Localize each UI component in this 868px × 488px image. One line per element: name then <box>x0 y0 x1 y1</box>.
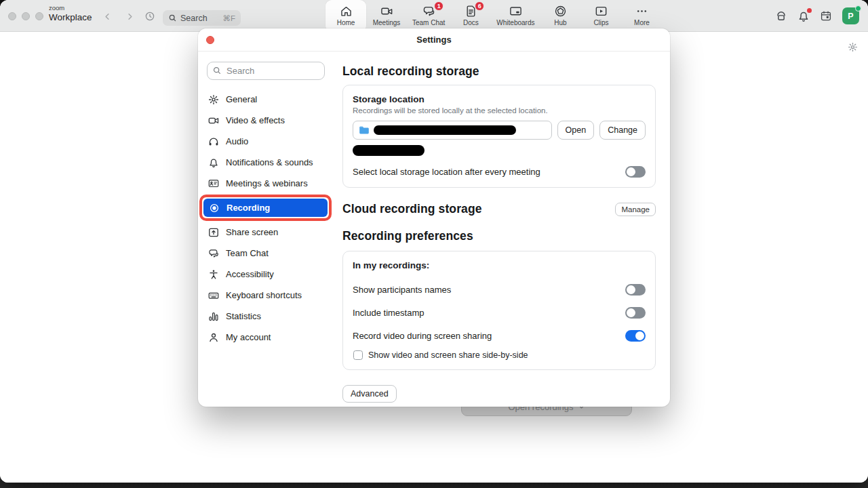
side-by-side-checkbox[interactable] <box>353 350 363 360</box>
settings-main-panel: Local recording storage Storage location… <box>342 52 656 407</box>
settings-nav-keyboard-shortcuts[interactable]: Keyboard shortcuts <box>207 285 337 306</box>
record-icon <box>209 203 220 214</box>
person-icon <box>208 332 219 343</box>
tab-label: Hub <box>554 19 566 26</box>
settings-nav-share-screen[interactable]: Share screen <box>207 222 337 243</box>
settings-nav-general[interactable]: General <box>207 89 337 110</box>
close-window-button[interactable] <box>8 12 16 20</box>
dialog-title: Settings <box>416 35 451 45</box>
device-button[interactable] <box>775 10 787 22</box>
tab-label: Whiteboards <box>496 19 534 26</box>
search-label: Search <box>180 14 208 23</box>
change-button[interactable]: Change <box>599 121 646 140</box>
brand-workplace: Workplace <box>49 13 92 22</box>
include-timestamp-toggle[interactable] <box>625 307 646 319</box>
avatar-initial: P <box>848 12 853 21</box>
calendar-icon <box>820 10 832 22</box>
redacted-free-space <box>353 145 425 156</box>
chevron-right-icon <box>125 12 135 22</box>
settings-dialog: Settings General Video & effects <box>198 28 670 407</box>
brand-zoom: zoom <box>49 5 92 12</box>
accessibility-person-icon <box>208 269 219 280</box>
tab-label: More <box>634 19 650 26</box>
settings-nav-statistics[interactable]: Statistics <box>207 306 337 327</box>
search-icon <box>168 14 177 22</box>
settings-nav-accessibility[interactable]: Accessibility <box>207 264 337 285</box>
search-shortcut: ⌘F <box>222 14 235 23</box>
bell-icon <box>208 157 219 168</box>
nav-label: Statistics <box>226 311 261 321</box>
tab-more[interactable]: More <box>622 0 663 32</box>
redacted-storage-path <box>374 125 516 135</box>
primary-tabs: Home Meetings 1 Team Chat 6 Docs <box>326 0 663 32</box>
settings-nav-notifications[interactable]: Notifications & sounds <box>207 152 337 173</box>
advanced-button[interactable]: Advanced <box>342 385 397 403</box>
app-brand: zoom Workplace <box>49 5 92 22</box>
nav-label: Recording <box>226 203 270 213</box>
tab-label: Home <box>337 19 355 26</box>
docs-badge: 6 <box>475 1 484 11</box>
storage-path-field[interactable] <box>353 121 552 140</box>
cloud-recording-heading: Cloud recording storage <box>342 202 482 216</box>
minimize-window-button[interactable] <box>22 12 30 20</box>
team-chat-badge: 1 <box>434 1 443 11</box>
nav-label: Share screen <box>226 227 278 237</box>
record-video-screen-sharing-toggle[interactable] <box>625 330 646 342</box>
storage-location-label: Storage location <box>353 94 646 104</box>
open-button[interactable]: Open <box>557 121 595 140</box>
settings-nav-recording[interactable]: Recording <box>203 199 328 217</box>
nav-label: Keyboard shortcuts <box>226 290 302 300</box>
avatar[interactable]: P <box>842 7 859 24</box>
tab-clips[interactable]: Clips <box>581 0 622 32</box>
show-participants-names-label: Show participants names <box>353 285 451 295</box>
settings-nav-my-account[interactable]: My account <box>207 327 337 348</box>
dialog-close-button[interactable] <box>206 36 214 44</box>
back-button[interactable] <box>100 9 114 23</box>
settings-nav-team-chat[interactable]: Team Chat <box>207 243 337 264</box>
meeting-screen-icon <box>208 178 219 189</box>
settings-search <box>207 62 325 80</box>
recording-preferences-card: In my recordings: Show participants name… <box>342 251 656 370</box>
folder-icon <box>359 125 370 136</box>
more-icon <box>635 3 648 18</box>
meetings-icon <box>380 3 393 18</box>
notifications-button[interactable] <box>797 10 810 22</box>
zoom-window-button[interactable] <box>35 12 43 20</box>
home-icon <box>340 3 353 18</box>
window-traffic-lights[interactable] <box>8 12 43 20</box>
tab-home[interactable]: Home <box>326 0 366 32</box>
tab-label: Team Chat <box>412 19 445 26</box>
tab-docs[interactable]: 6 Docs <box>450 0 491 32</box>
calendar-button[interactable] <box>820 10 832 22</box>
tab-whiteboards[interactable]: Whiteboards <box>491 0 540 32</box>
history-button[interactable] <box>143 9 157 23</box>
nav-label: Notifications & sounds <box>226 157 313 167</box>
share-screen-icon <box>208 227 219 238</box>
settings-gear-icon[interactable] <box>848 42 858 52</box>
tab-team-chat[interactable]: 1 Team Chat <box>407 0 450 32</box>
tab-hub[interactable]: Hub <box>540 0 581 32</box>
select-location-toggle[interactable] <box>625 166 646 178</box>
settings-nav-meetings-webinars[interactable]: Meetings & webinars <box>207 173 337 194</box>
show-participants-names-toggle[interactable] <box>625 284 646 296</box>
settings-nav-audio[interactable]: Audio <box>207 131 337 152</box>
local-recording-heading: Local recording storage <box>342 64 656 79</box>
toolbar-right: P <box>775 0 859 32</box>
manage-button[interactable]: Manage <box>615 203 656 216</box>
select-location-label: Select local storage location after ever… <box>353 167 540 177</box>
forward-button[interactable] <box>123 9 136 23</box>
gear-icon <box>208 94 219 105</box>
nav-label: Audio <box>226 136 248 146</box>
hub-icon <box>554 3 567 18</box>
storage-location-description: Recordings will be stored locally at the… <box>353 106 646 115</box>
nav-label: Video & effects <box>226 115 285 125</box>
nav-label: Meetings & webinars <box>226 178 308 188</box>
global-search[interactable]: Search ⌘F <box>163 10 241 26</box>
settings-search-input[interactable] <box>207 62 325 80</box>
storage-location-card: Storage location Recordings will be stor… <box>342 85 656 188</box>
tab-label: Meetings <box>373 19 401 26</box>
video-camera-icon <box>208 115 219 126</box>
tab-meetings[interactable]: Meetings <box>366 0 407 32</box>
in-my-recordings-label: In my recordings: <box>353 260 646 270</box>
settings-nav-video-effects[interactable]: Video & effects <box>207 110 337 131</box>
